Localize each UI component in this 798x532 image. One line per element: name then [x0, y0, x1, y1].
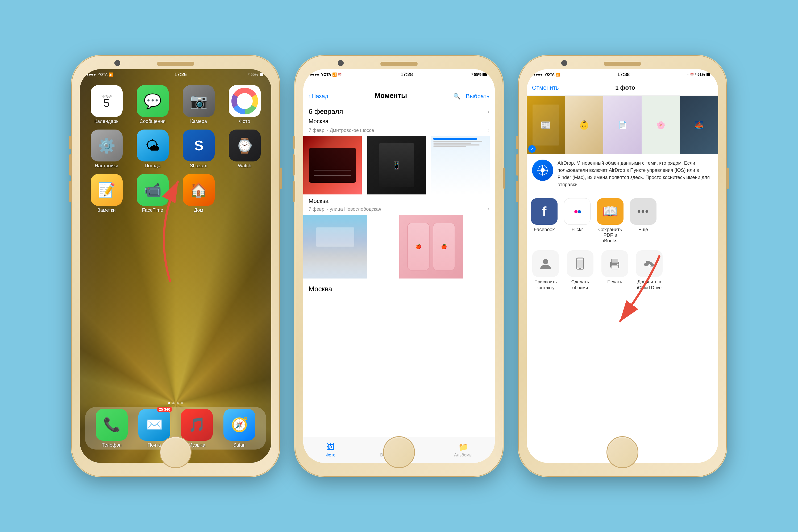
- app-calendar-wrapper[interactable]: среда 5 Календарь: [86, 85, 127, 124]
- power-button[interactable]: [280, 168, 282, 189]
- cal-num: 5: [103, 98, 110, 109]
- app-grid-1: среда 5 Календарь 💬 Сообщения 📷 Камера Ф…: [80, 80, 271, 218]
- action-print[interactable]: Печать: [600, 250, 629, 291]
- action-contact[interactable]: Присвоить контакту: [531, 250, 560, 291]
- share-facebook[interactable]: f Facebook: [531, 198, 557, 244]
- location-1-header: Москва: [303, 118, 495, 127]
- safari-dock-label: Safari: [233, 442, 246, 448]
- status-left-3: YOTA 📶: [531, 72, 560, 77]
- messages-icon[interactable]: 💬: [137, 85, 169, 117]
- home-button-1[interactable]: [159, 436, 191, 468]
- photo-cell-2[interactable]: 📱: [367, 136, 426, 194]
- share-flickr[interactable]: ●● Flickr: [564, 198, 590, 244]
- section-date-next: Москва: [303, 281, 495, 295]
- vol-down-3[interactable]: [516, 181, 518, 202]
- notes-icon[interactable]: 📝: [91, 174, 122, 206]
- phone-speaker-2: [380, 62, 418, 66]
- action-wallpaper[interactable]: Сделать обоями: [566, 250, 595, 291]
- page-dot-4: [181, 402, 183, 404]
- settings-icon[interactable]: ⚙️: [91, 130, 122, 162]
- app-notes-wrapper[interactable]: 📝 Заметки: [86, 174, 127, 213]
- more-icon[interactable]: •••: [630, 198, 657, 225]
- app-photos-wrapper[interactable]: Фото: [224, 85, 265, 124]
- icloud-icon[interactable]: [636, 250, 663, 277]
- action-icloud[interactable]: Добавить в iCloud Drive: [635, 250, 664, 291]
- status-right-3: ↑ ⏰ * 51%: [687, 72, 714, 77]
- app-facetime-wrapper[interactable]: 📹 FaceTime: [132, 174, 173, 213]
- photos-icon[interactable]: [229, 85, 261, 117]
- app-watch-wrapper[interactable]: ⌚ Watch: [224, 130, 265, 169]
- photo-phones[interactable]: 🍎 🍎: [399, 215, 463, 279]
- facebook-icon[interactable]: f: [531, 198, 557, 225]
- search-button-2[interactable]: 🔍: [453, 93, 460, 100]
- nav-title-2: Моменты: [375, 92, 407, 100]
- vol-up-3[interactable]: [516, 154, 518, 175]
- mail-dock-label: Почта: [148, 442, 161, 448]
- mute-button-2[interactable]: [292, 136, 295, 149]
- photos-label: Фото: [239, 119, 250, 124]
- more-label: Еще: [639, 227, 648, 232]
- phone-speaker-3: [604, 62, 641, 66]
- shazam-icon[interactable]: S: [183, 130, 215, 162]
- mute-button[interactable]: [69, 136, 71, 149]
- carrier-2: YOTA: [321, 72, 331, 77]
- select-button-2[interactable]: Выбрать: [466, 93, 490, 100]
- photo-cell-3[interactable]: [431, 136, 490, 194]
- vol-down-2[interactable]: [292, 181, 295, 202]
- share-ibooks[interactable]: 📖 Сохранить PDF в iBooks: [597, 198, 624, 244]
- battery-3: [706, 73, 714, 76]
- photo-cell-1[interactable]: [303, 136, 362, 194]
- cancel-button[interactable]: Отменить: [532, 84, 559, 91]
- tab-photos-label: Фото: [326, 453, 336, 457]
- phone-screen-2: YOTA 📶 ⏰ 17:28 * 55% ‹ Назад: [303, 69, 495, 463]
- mute-button-3[interactable]: [516, 136, 518, 149]
- volume-up-button[interactable]: [69, 154, 71, 175]
- app-camera-wrapper[interactable]: 📷 Камера: [178, 85, 219, 124]
- print-icon[interactable]: [602, 250, 628, 277]
- tab-photos[interactable]: 🖼 Фото: [326, 443, 336, 457]
- contact-icon[interactable]: [532, 250, 559, 277]
- vol-up-2[interactable]: [292, 154, 295, 175]
- phone-dock-icon[interactable]: 📞: [96, 409, 128, 441]
- wallpaper-icon[interactable]: [567, 250, 593, 277]
- share-title: 1 фото: [615, 84, 635, 91]
- power-button-3[interactable]: [727, 168, 729, 189]
- tab-albums[interactable]: 📁 Альбомы: [454, 442, 472, 457]
- safari-dock-icon[interactable]: 🧭: [224, 409, 255, 441]
- dock-safari[interactable]: 🧭 Safari: [224, 409, 255, 448]
- svg-rect-13: [611, 265, 618, 269]
- app-settings-wrapper[interactable]: ⚙️ Настройки: [86, 130, 127, 169]
- app-shazam-wrapper[interactable]: S Shazam: [178, 130, 219, 169]
- share-more[interactable]: ••• Еще: [630, 198, 657, 244]
- weather-icon[interactable]: 🌤: [137, 130, 169, 162]
- facetime-icon[interactable]: 📹: [137, 174, 169, 206]
- calendar-icon[interactable]: среда 5: [91, 85, 122, 117]
- dock-phone[interactable]: 📞 Телефон: [96, 409, 128, 448]
- calendar-label: Календарь: [94, 119, 119, 124]
- strip-thumb-1[interactable]: 📰 ✓: [527, 96, 565, 154]
- watch-icon[interactable]: ⌚: [229, 130, 261, 162]
- strip-thumb-2[interactable]: 👶: [565, 96, 603, 154]
- strip-thumb-3[interactable]: 📄: [603, 96, 642, 154]
- app-home-wrapper[interactable]: 🏠 Дом: [178, 174, 219, 213]
- home-button-3[interactable]: [607, 436, 639, 468]
- watch-label: Watch: [238, 163, 251, 169]
- music-dock-icon[interactable]: 🎵: [181, 409, 213, 441]
- flickr-icon[interactable]: ●●: [564, 198, 590, 225]
- photo-snow[interactable]: [303, 215, 367, 279]
- ibooks-icon[interactable]: 📖: [597, 198, 624, 225]
- app-weather-wrapper[interactable]: 🌤 Погода: [132, 130, 173, 169]
- phone-2: YOTA 📶 ⏰ 17:28 * 55% ‹ Назад: [295, 56, 503, 476]
- back-button-2[interactable]: ‹ Назад: [308, 93, 328, 100]
- volume-down-button[interactable]: [69, 181, 71, 202]
- strip-thumb-4[interactable]: 🌸: [642, 96, 680, 154]
- home-app-icon[interactable]: 🏠: [183, 174, 215, 206]
- settings-label: Настройки: [95, 163, 118, 169]
- app-messages-wrapper[interactable]: 💬 Сообщения: [132, 85, 173, 124]
- dot2: [87, 74, 88, 76]
- strip-thumb-5[interactable]: 🌉: [680, 96, 718, 154]
- camera-icon[interactable]: 📷: [183, 85, 215, 117]
- home-button-2[interactable]: [383, 436, 415, 468]
- mail-dock-icon[interactable]: ✉️ 25 340: [138, 409, 170, 441]
- power-button-2[interactable]: [503, 168, 506, 189]
